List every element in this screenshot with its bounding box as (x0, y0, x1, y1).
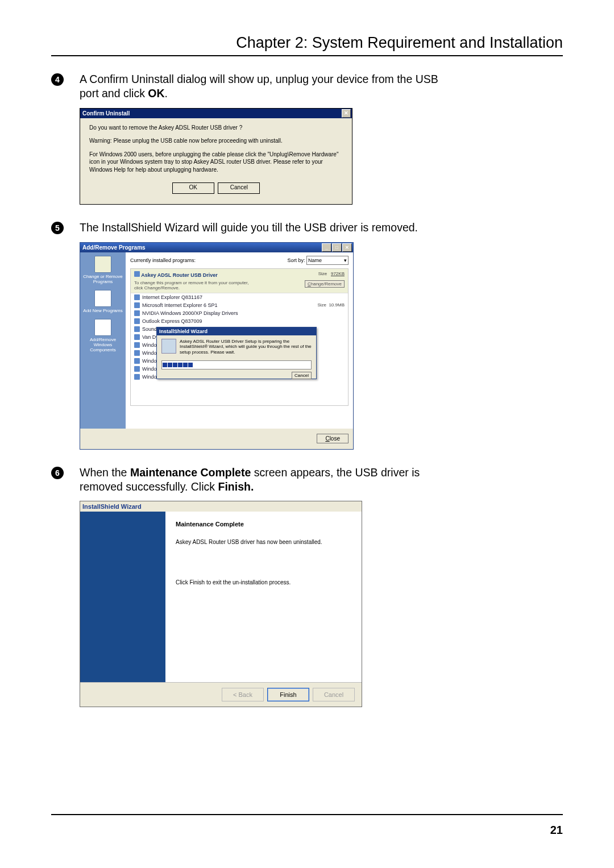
t: Maintenance Complete (130, 466, 251, 479)
sortby-select[interactable]: Name▾ (306, 256, 349, 265)
t: NVIDIA Windows 2000/XP Display Drivers (142, 310, 238, 316)
figure-confirm-uninstall: Confirm Uninstall ✕ Do you want to remov… (80, 108, 563, 205)
wizard-footer: < Back Finish Cancel (80, 682, 362, 707)
arp-sidebar: Change or Remove Programs Add New Progra… (80, 252, 126, 429)
app-icon (134, 342, 140, 348)
currently-installed-label: Currently installed programs: (130, 258, 196, 263)
step-4: 4 A Confirm Uninstall dialog will show u… (51, 72, 563, 101)
t: Name (308, 258, 322, 263)
program-item-selected[interactable]: Askey ADSL Router USB Driver Size 972KB … (131, 269, 348, 293)
change-remove-hint: To change this program or remove it from… (134, 280, 254, 290)
wizard-msg1: Askey ADSL Router USB driver has now bee… (176, 539, 351, 545)
t: OK (148, 87, 164, 99)
t: . (165, 87, 168, 99)
app-icon (134, 366, 140, 372)
t: Add/Remove Windows Components (90, 337, 116, 352)
windows-icon (94, 319, 111, 336)
t: 972KB (331, 271, 345, 276)
t: Add New Programs (83, 308, 122, 313)
chevron-down-icon: ▾ (344, 258, 347, 263)
cancel-button: Cancel (313, 688, 355, 701)
maintenance-complete-heading: Maintenance Complete (176, 521, 351, 528)
wizard-msg2: Click Finish to exit the un-installation… (176, 579, 351, 585)
sidebar-item-add-new[interactable]: Add New Programs (82, 290, 123, 313)
t: Size (317, 302, 326, 308)
finish-button[interactable]: Finish (267, 688, 309, 701)
confirm-line3: For Windows 2000 users, before unpluggin… (89, 151, 343, 174)
wizard-side-graphic (80, 512, 165, 682)
app-icon (134, 374, 140, 380)
program-item[interactable]: NVIDIA Windows 2000/XP Display Drivers (131, 309, 348, 317)
t: Outlook Express Q837009 (142, 318, 202, 324)
step-4-text: A Confirm Uninstall dialog will show up,… (80, 72, 443, 101)
page-number: 21 (550, 824, 563, 837)
maximize-icon[interactable]: □ (332, 243, 342, 252)
step-6-text: When the Maintenance Complete screen app… (80, 466, 443, 495)
app-icon (134, 326, 140, 332)
t: Change or Remove Programs (83, 274, 122, 284)
t: Microsoft Internet Explorer 6 SP1 (142, 302, 218, 308)
installshield-wizard-dialog: InstallShield Wizard Maintenance Complet… (80, 501, 362, 707)
program-item[interactable]: Internet Explorer Q831167 (131, 293, 348, 301)
progress-bar (161, 360, 312, 369)
confirm-line1: Do you want to remove the Askey ADSL Rou… (89, 124, 343, 132)
arp-footer: Close Close (80, 429, 353, 449)
cancel-button[interactable]: Cancel (218, 182, 260, 194)
step-number-5: 5 (51, 222, 64, 234)
figure-installshield-wizard: InstallShield Wizard Maintenance Complet… (80, 501, 563, 707)
t: A Confirm Uninstall dialog will show up,… (80, 73, 438, 99)
installer-icon (134, 271, 140, 277)
window-titlebar: Add/Remove Programs _ □ ✕ (80, 243, 353, 252)
program-item[interactable]: Microsoft Internet Explorer 6 SP1Size 10… (131, 301, 348, 309)
app-icon (134, 318, 140, 324)
app-icon (134, 350, 140, 356)
window-controls: _ □ ✕ (322, 243, 352, 252)
add-remove-programs-window: Add/Remove Programs _ □ ✕ Change or Remo… (80, 242, 354, 450)
change-remove-button[interactable]: CChange/Removehange/Remove (305, 280, 345, 288)
box-icon (94, 256, 111, 273)
step-5: 5 The InstallShield Wizard will guide yo… (51, 221, 563, 235)
step-6: 6 When the Maintenance Complete screen a… (51, 466, 563, 495)
computer-icon (161, 339, 176, 354)
chapter-title: Chapter 2: System Requirement and Instal… (51, 34, 563, 52)
step-number-4: 4 (51, 73, 64, 86)
step-5-text: The InstallShield Wizard will guide you … (80, 221, 418, 235)
window-title: Add/Remove Programs (82, 244, 146, 251)
popup-cancel-button[interactable]: Cancel (292, 372, 312, 379)
app-icon (134, 334, 140, 340)
program-item[interactable]: Outlook Express Q837009 (131, 317, 348, 325)
app-icon (134, 310, 140, 316)
t: Internet Explorer Q831167 (142, 294, 202, 300)
app-icon (134, 294, 140, 300)
back-button: < Back (222, 688, 264, 701)
dialog-title: Confirm Uninstall (82, 110, 130, 117)
t: When the (80, 466, 130, 479)
top-rule (51, 55, 563, 56)
disc-icon (94, 290, 111, 307)
popup-message: Askey ADSL Router USB Driver Setup is pr… (180, 339, 312, 355)
t: Size (318, 271, 327, 276)
app-icon (134, 358, 140, 364)
bottom-rule (51, 814, 563, 815)
t: 10.9MB (329, 302, 345, 308)
t: Finish. (218, 480, 254, 493)
t: Askey ADSL Router USB Driver (141, 272, 218, 278)
figure-add-remove: Add/Remove Programs _ □ ✕ Change or Remo… (80, 242, 563, 450)
installshield-popup: InstallShield Wizard Askey ADSL Router U… (156, 327, 317, 379)
popup-titlebar: InstallShield Wizard (157, 327, 316, 335)
close-icon[interactable]: ✕ (342, 243, 352, 252)
sortby-label: Sort by: (287, 258, 305, 263)
ok-button[interactable]: OK (172, 182, 214, 194)
step-number-6: 6 (51, 467, 64, 479)
sidebar-item-change-remove[interactable]: Change or Remove Programs (82, 256, 123, 284)
dialog-titlebar: Confirm Uninstall ✕ (80, 109, 352, 118)
app-icon (134, 302, 140, 308)
wizard-main: Maintenance Complete Askey ADSL Router U… (165, 512, 362, 682)
confirm-uninstall-dialog: Confirm Uninstall ✕ Do you want to remov… (80, 108, 352, 205)
close-icon[interactable]: ✕ (342, 109, 351, 118)
confirm-line2: Warning: Please unplug the USB cable now… (89, 137, 343, 145)
minimize-icon[interactable]: _ (322, 243, 331, 252)
close-button[interactable]: Close (317, 434, 349, 443)
wizard-titlebar: InstallShield Wizard (80, 501, 362, 512)
sidebar-item-windows-components[interactable]: Add/Remove Windows Components (82, 319, 123, 352)
